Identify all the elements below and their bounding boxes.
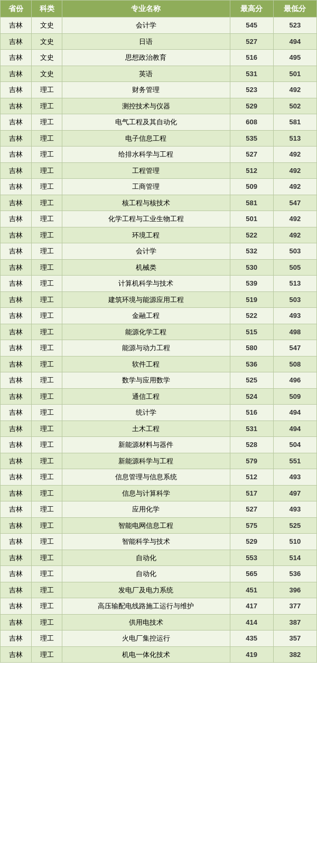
min-score-cell: 495: [273, 50, 316, 66]
table-row: 吉林理工建筑环境与能源应用工程519503: [1, 291, 317, 308]
province-cell: 吉林: [1, 211, 32, 227]
min-score-cell: 498: [273, 324, 316, 340]
max-score-cell: 451: [230, 582, 273, 598]
major-name-cell: 软件工程: [62, 356, 230, 372]
category-cell: 理工: [31, 130, 62, 147]
province-cell: 吉林: [1, 147, 32, 163]
province-cell: 吉林: [1, 437, 32, 453]
table-row: 吉林理工工商管理509492: [1, 179, 317, 195]
min-score-cell: 581: [273, 114, 316, 131]
major-name-cell: 金融工程: [62, 308, 230, 324]
table-row: 吉林理工新能源材料与器件528504: [1, 437, 317, 453]
province-cell: 吉林: [1, 631, 32, 647]
category-cell: 文史: [31, 33, 62, 50]
table-row: 吉林理工信息与计算科学517497: [1, 485, 317, 501]
max-score-cell: 553: [230, 550, 273, 566]
table-row: 吉林理工自动化565536: [1, 566, 317, 582]
category-cell: 理工: [31, 453, 62, 469]
category-cell: 理工: [31, 276, 62, 292]
max-score-cell: 527: [230, 501, 273, 518]
category-cell: 理工: [31, 646, 62, 663]
max-score-cell: 435: [230, 631, 273, 647]
min-score-cell: 494: [273, 405, 316, 421]
major-name-cell: 化学工程与工业生物工程: [62, 211, 230, 227]
province-cell: 吉林: [1, 259, 32, 276]
province-cell: 吉林: [1, 405, 32, 421]
major-name-cell: 数学与应用数学: [62, 372, 230, 389]
major-name-cell: 高压输配电线路施工运行与维护: [62, 598, 230, 615]
max-score-cell: 530: [230, 259, 273, 276]
table-row: 吉林文史英语531501: [1, 66, 317, 82]
province-cell: 吉林: [1, 243, 32, 260]
major-name-cell: 土木工程: [62, 421, 230, 437]
min-score-cell: 492: [273, 211, 316, 227]
province-cell: 吉林: [1, 82, 32, 98]
min-score-cell: 503: [273, 243, 316, 260]
category-cell: 理工: [31, 550, 62, 566]
min-score-cell: 513: [273, 276, 316, 292]
province-cell: 吉林: [1, 598, 32, 615]
province-cell: 吉林: [1, 388, 32, 405]
min-score-cell: 497: [273, 485, 316, 501]
category-cell: 理工: [31, 227, 62, 243]
max-score-cell: 501: [230, 211, 273, 227]
table-row: 吉林理工电子信息工程535513: [1, 130, 317, 147]
min-score-cell: 551: [273, 453, 316, 469]
min-score-cell: 505: [273, 259, 316, 276]
min-score-cell: 523: [273, 17, 316, 34]
max-score-cell: 517: [230, 485, 273, 501]
category-cell: 理工: [31, 388, 62, 405]
category-cell: 理工: [31, 566, 62, 582]
category-cell: 理工: [31, 98, 62, 114]
max-score-cell: 417: [230, 598, 273, 615]
major-name-cell: 电子信息工程: [62, 130, 230, 147]
table-row: 吉林理工机电一体化技术419382: [1, 646, 317, 663]
province-cell: 吉林: [1, 179, 32, 195]
min-score-cell: 547: [273, 195, 316, 211]
max-score-cell: 512: [230, 469, 273, 486]
category-cell: 理工: [31, 501, 62, 518]
province-cell: 吉林: [1, 646, 32, 663]
table-row: 吉林理工土木工程531494: [1, 421, 317, 437]
table-row: 吉林理工供用电技术414387: [1, 614, 317, 631]
category-cell: 理工: [31, 485, 62, 501]
major-name-cell: 信息管理与信息系统: [62, 469, 230, 486]
category-cell: 理工: [31, 356, 62, 372]
category-cell: 理工: [31, 582, 62, 598]
province-cell: 吉林: [1, 453, 32, 469]
table-row: 吉林理工软件工程536508: [1, 356, 317, 372]
major-name-cell: 能源化学工程: [62, 324, 230, 340]
max-score-cell: 516: [230, 50, 273, 66]
major-name-cell: 工商管理: [62, 179, 230, 195]
max-score-cell: 529: [230, 98, 273, 114]
category-cell: 文史: [31, 66, 62, 82]
table-row: 吉林理工工程管理512492: [1, 162, 317, 179]
min-score-cell: 492: [273, 147, 316, 163]
province-cell: 吉林: [1, 50, 32, 66]
major-name-cell: 给排水科学与工程: [62, 147, 230, 163]
province-cell: 吉林: [1, 356, 32, 372]
table-row: 吉林文史思想政治教育516495: [1, 50, 317, 66]
major-name-cell: 机械类: [62, 259, 230, 276]
category-cell: 理工: [31, 421, 62, 437]
min-score-cell: 357: [273, 631, 316, 647]
province-cell: 吉林: [1, 614, 32, 631]
province-cell: 吉林: [1, 162, 32, 179]
max-score-cell: 536: [230, 356, 273, 372]
province-cell: 吉林: [1, 114, 32, 131]
category-cell: 理工: [31, 291, 62, 308]
category-cell: 理工: [31, 162, 62, 179]
max-score-cell: 523: [230, 82, 273, 98]
category-cell: 理工: [31, 598, 62, 615]
min-score-cell: 377: [273, 598, 316, 615]
major-name-cell: 会计学: [62, 17, 230, 34]
table-row: 吉林理工信息管理与信息系统512493: [1, 469, 317, 486]
province-cell: 吉林: [1, 485, 32, 501]
score-table: 省份 科类 专业名称 最高分 最低分 吉林文史会计学545523吉林文史日语52…: [0, 0, 317, 663]
major-name-cell: 核工程与核技术: [62, 195, 230, 211]
min-score-cell: 492: [273, 179, 316, 195]
province-cell: 吉林: [1, 340, 32, 357]
table-row: 吉林理工能源与动力工程580547: [1, 340, 317, 357]
category-cell: 文史: [31, 50, 62, 66]
table-row: 吉林理工化学工程与工业生物工程501492: [1, 211, 317, 227]
